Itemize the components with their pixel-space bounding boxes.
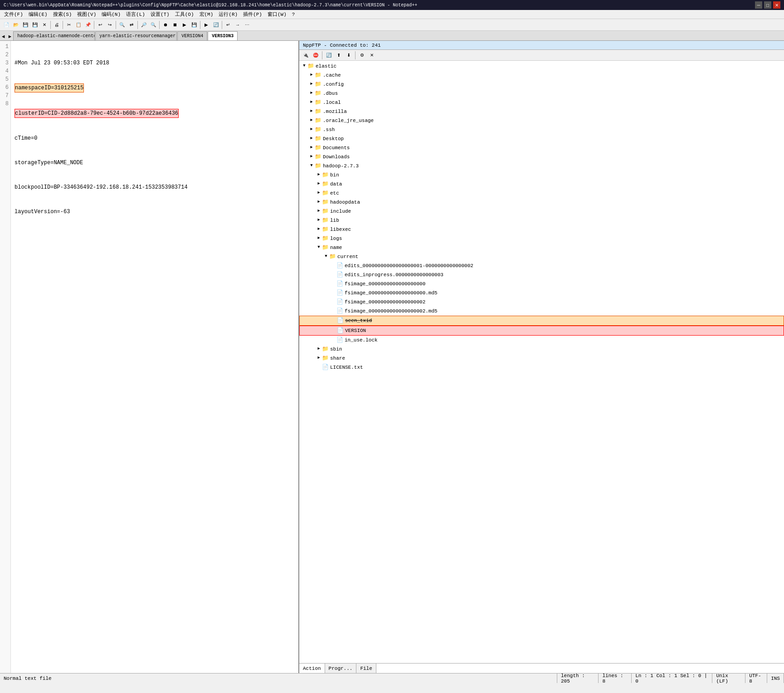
tree-item-documents[interactable]: ► 📁 Documents: [299, 143, 784, 152]
tab-namenode-log[interactable]: hadoop-elastic-namenode-centosMaster.log…: [13, 31, 95, 40]
tree-item-ssh[interactable]: ► 📁 .ssh: [299, 125, 784, 134]
tree-item-sbin[interactable]: ► 📁 sbin: [299, 345, 784, 354]
cut-button[interactable]: ✂: [64, 20, 73, 29]
replace-button[interactable]: ⇄: [127, 20, 136, 29]
tree-label-in-use-lock: in_use.lock: [345, 337, 378, 344]
tree-item-local[interactable]: ► 📁 .local: [299, 98, 784, 107]
tree-item-name[interactable]: ▼ 📁 name: [299, 243, 784, 252]
menu-view[interactable]: 视图(V): [75, 10, 98, 18]
ftp-download-button[interactable]: ⬇: [344, 51, 353, 60]
undo-button[interactable]: ↩: [96, 20, 105, 29]
tree-item-edits-inprogress[interactable]: 📄 edits_inprogress.0000000000000003: [299, 270, 784, 279]
tree-item-current[interactable]: ▼ 📁 current: [299, 252, 784, 261]
tree-item-in-use-lock[interactable]: 📄 in_use.lock: [299, 336, 784, 345]
tree-item-share[interactable]: ► 📁 share: [299, 354, 784, 363]
macro-rec-button[interactable]: ⏺: [161, 20, 170, 29]
macro-save-button[interactable]: 💾: [190, 20, 199, 29]
menu-language[interactable]: 语言(L): [124, 10, 147, 18]
tree-item-hadoop[interactable]: ▼ 📁 hadoop-2.7.3: [299, 161, 784, 171]
menu-plugins[interactable]: 插件(P): [241, 10, 264, 18]
sync-button[interactable]: 🔄: [211, 20, 220, 29]
tree-item-include[interactable]: ► 📁 include: [299, 207, 784, 216]
menu-search[interactable]: 搜索(S): [51, 10, 74, 18]
tree-item-license[interactable]: 📄 LICENSE.txt: [299, 363, 784, 372]
tree-label-share: share: [330, 355, 345, 362]
ftp-tab-action[interactable]: Action: [299, 664, 325, 673]
close-button[interactable]: ✕: [773, 1, 780, 9]
indent-button[interactable]: →: [233, 20, 242, 29]
tab-arrow-left[interactable]: ◄: [0, 33, 7, 40]
tree-item-bin[interactable]: ► 📁 bin: [299, 171, 784, 180]
find-button[interactable]: 🔍: [117, 20, 127, 29]
ftp-abort-button[interactable]: ✕: [367, 51, 376, 60]
menu-encode[interactable]: 编码(N): [99, 10, 123, 18]
tree-item-version[interactable]: 📄 VERSION: [299, 326, 784, 336]
code-area[interactable]: #Mon Jul 23 09:53:03 EDT 2018 namespaceI…: [11, 41, 298, 673]
zoom-in-button[interactable]: 🔎: [139, 20, 148, 29]
tree-item-hadoopdata[interactable]: ► 📁 hadoopdata: [299, 198, 784, 207]
tree-root-elastic[interactable]: ▼ 📁 elastic: [299, 62, 784, 71]
close-button-toolbar[interactable]: ✕: [40, 20, 49, 29]
tree-item-lib[interactable]: ► 📁 lib: [299, 216, 784, 225]
ftp-upload-button[interactable]: ⬆: [334, 51, 343, 60]
tree-arrow-documents: ►: [308, 145, 315, 151]
tree-item-fsimage1[interactable]: 📄 fsimage_0000000000000000000: [299, 279, 784, 288]
tree-label-fsimage1-md5: fsimage_0000000000000000000.md5: [345, 289, 438, 297]
menu-macro[interactable]: 宏(M): [197, 10, 216, 18]
menu-run[interactable]: 运行(R): [216, 10, 240, 18]
tree-item-downloads[interactable]: ► 📁 Downloads: [299, 152, 784, 161]
tree-item-cache[interactable]: ► 📁 .cache: [299, 71, 784, 80]
tree-item-libexec[interactable]: ► 📁 libexec: [299, 225, 784, 234]
ftp-connect-button[interactable]: 🔌: [301, 51, 310, 60]
tab-resourcemanager-log[interactable]: yarn-elastic-resourcemanager-centosMaste…: [95, 31, 177, 40]
restore-button[interactable]: □: [764, 1, 771, 9]
tab-version4[interactable]: VERSION4: [177, 31, 207, 40]
wrap-button[interactable]: ↵: [224, 20, 233, 29]
ftp-tab-progress[interactable]: Progr...: [325, 664, 357, 673]
more-button[interactable]: ⋯: [243, 20, 252, 29]
ftp-file-tree: ▼ 📁 elastic ► 📁 .cache ► 📁 .config ► 📁 .…: [299, 61, 784, 663]
new-button[interactable]: 📄: [2, 20, 11, 29]
ftp-disconnect-button[interactable]: ⛔: [311, 51, 320, 60]
tree-item-data[interactable]: ► 📁 data: [299, 180, 784, 189]
tab-arrow-right[interactable]: ►: [7, 33, 14, 40]
tree-arrow-hadoopdata: ►: [316, 199, 322, 205]
menu-file[interactable]: 文件(F): [2, 10, 25, 18]
tree-item-mozilla[interactable]: ► 📁 .mozilla: [299, 107, 784, 116]
copy-button[interactable]: 📋: [74, 20, 83, 29]
tree-item-config[interactable]: ► 📁 .config: [299, 80, 784, 89]
tree-item-fsimage1-md5[interactable]: 📄 fsimage_0000000000000000000.md5: [299, 288, 784, 298]
minimize-button[interactable]: ─: [755, 1, 762, 9]
menu-tools[interactable]: 工具(O): [173, 10, 196, 18]
tree-item-desktop[interactable]: ► 📁 Desktop: [299, 134, 784, 143]
tree-label-desktop: Desktop: [323, 135, 344, 143]
save-all-button[interactable]: 💾: [30, 20, 39, 29]
ftp-refresh-button[interactable]: 🔄: [324, 51, 333, 60]
tree-label-current: current: [337, 253, 358, 261]
menu-window[interactable]: 窗口(W): [265, 10, 289, 18]
open-button[interactable]: 📂: [11, 20, 20, 29]
zoom-out-button[interactable]: 🔍: [149, 20, 158, 29]
tree-item-etc[interactable]: ► 📁 etc: [299, 189, 784, 198]
tree-item-seen-txid[interactable]: 📄 seen_txid: [299, 316, 784, 326]
tree-item-fsimage2[interactable]: 📄 fsimage_0000000000000000002: [299, 298, 784, 307]
tree-arrow-lib: ►: [316, 217, 322, 224]
ftp-settings-button[interactable]: ⚙: [357, 51, 366, 60]
menu-edit[interactable]: 编辑(E): [26, 10, 50, 18]
tree-item-oracle[interactable]: ► 📁 .oracle_jre_usage: [299, 116, 784, 125]
tree-item-edits1[interactable]: 📄 edits_00000000000000000001-00000000000…: [299, 261, 784, 270]
menu-help[interactable]: ?: [290, 11, 297, 18]
macro-play-button[interactable]: ▶: [180, 20, 189, 29]
tree-item-fsimage2-md5[interactable]: 📄 fsimage_0000000000000000002.md5: [299, 307, 784, 316]
tree-item-logs[interactable]: ► 📁 logs: [299, 234, 784, 243]
print-button[interactable]: 🖨: [52, 20, 61, 29]
menu-settings[interactable]: 设置(T): [148, 10, 172, 18]
macro-stop-button[interactable]: ⏹: [170, 20, 180, 29]
paste-button[interactable]: 📌: [83, 20, 93, 29]
tab-version3[interactable]: VERSION3: [208, 31, 238, 40]
ftp-tab-file[interactable]: File: [356, 664, 376, 673]
redo-button[interactable]: ↪: [105, 20, 114, 29]
run-button[interactable]: ▶: [202, 20, 211, 29]
tree-item-dbus[interactable]: ► 📁 .dbus: [299, 89, 784, 98]
save-button[interactable]: 💾: [21, 20, 30, 29]
